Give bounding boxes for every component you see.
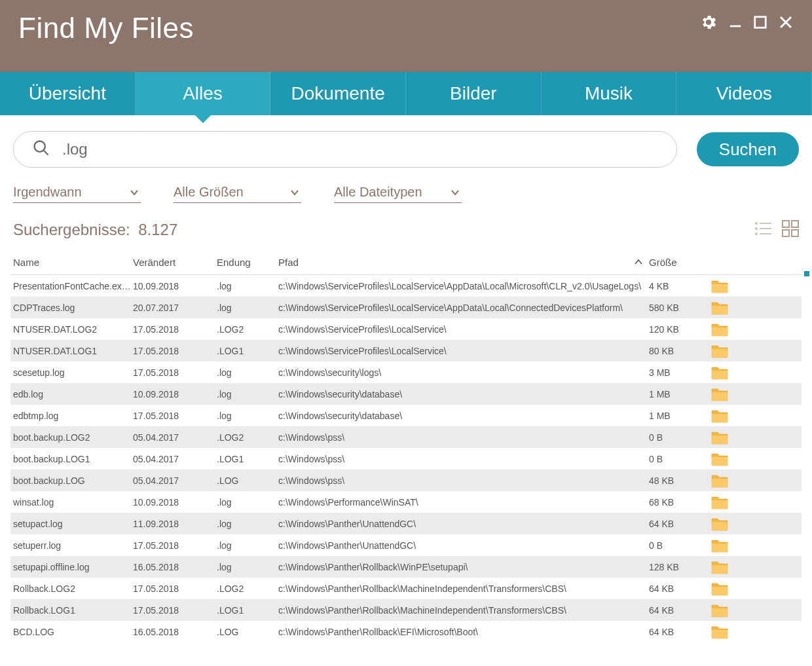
maximize-icon[interactable] [753,15,767,29]
cell-modified: 05.04.2017 [133,475,217,486]
open-folder-icon[interactable] [711,582,766,596]
table-row[interactable]: Rollback.LOG117.05.2018.LOG1c:\Windows\P… [10,599,802,621]
close-icon[interactable] [778,14,794,30]
cell-name: Rollback.LOG2 [10,583,133,594]
minimize-icon[interactable] [728,15,743,29]
cell-name: setupapi.offline.log [10,562,133,572]
table-row[interactable]: NTUSER.DAT.LOG117.05.2018.LOG1c:\Windows… [10,340,802,361]
open-folder-icon[interactable] [711,430,766,445]
table-row[interactable]: edb.log10.09.2018.logc:\Windows\security… [10,383,802,405]
cell-modified: 16.05.2018 [133,627,217,637]
col-header-size[interactable]: Größe [649,257,711,268]
col-header-name[interactable]: Name [10,257,133,268]
cell-size: 64 KB [649,627,711,637]
cell-name: Rollback.LOG1 [10,605,133,616]
table-row[interactable]: BCD.LOG16.05.2018.LOGc:\Windows\Panther\… [10,621,802,642]
col-header-modified[interactable]: Verändert [133,257,217,268]
open-folder-icon[interactable] [711,301,766,315]
chevron-down-icon [450,187,460,198]
filter-time[interactable]: Irgendwann [13,182,141,203]
search-button[interactable]: Suchen [697,132,799,166]
open-folder-icon[interactable] [711,560,766,574]
open-folder-icon[interactable] [711,344,766,358]
svg-point-8 [755,227,758,230]
open-folder-icon[interactable] [711,279,766,293]
col-header-extension[interactable]: Endung [217,257,278,268]
search-row: Suchen [0,115,812,168]
col-header-path[interactable]: Pfad [278,257,649,268]
open-folder-icon[interactable] [711,538,766,553]
cell-modified: 10.09.2018 [133,281,217,291]
table-row[interactable]: edbtmp.log17.05.2018.logc:\Windows\secur… [10,405,802,426]
table-row[interactable]: setupapi.offline.log16.05.2018.logc:\Win… [10,556,802,578]
filter-type[interactable]: Alle Dateitypen [334,182,462,203]
svg-rect-1 [755,17,766,28]
open-folder-icon[interactable] [711,365,766,380]
tab-bilder[interactable]: Bilder [406,72,542,115]
cell-name: boot.backup.LOG1 [10,454,133,464]
settings-icon[interactable] [699,13,718,31]
tab-videos[interactable]: Videos [676,72,812,115]
open-folder-icon[interactable] [711,409,766,423]
cell-size: 3 MB [649,367,711,378]
cell-size: 0 B [649,454,711,464]
open-folder-icon[interactable] [711,495,766,509]
scrollbar-thumb[interactable] [804,271,809,276]
cell-path: c:\Windows\ServiceProfiles\LocalService\ [278,346,649,356]
title-bar: Find My Files [0,0,812,72]
cell-modified: 05.04.2017 [133,454,217,464]
open-folder-icon[interactable] [711,603,766,618]
open-folder-icon[interactable] [711,473,766,488]
table-row[interactable]: winsat.log10.09.2018.logc:\Windows\Perfo… [10,491,802,513]
table-row[interactable]: scesetup.log17.05.2018.logc:\Windows\sec… [10,361,802,383]
cell-modified: 16.05.2018 [133,562,217,572]
cell-extension: .LOG1 [217,605,278,616]
cell-path: c:\Windows\ServiceProfiles\LocalService\ [278,324,649,335]
cell-path: c:\Windows\pss\ [278,475,649,486]
table-row[interactable]: boot.backup.LOG205.04.2017.LOG2c:\Window… [10,426,802,448]
table-row[interactable]: PresentationFontCache.exe.log10.09.2018.… [10,275,802,297]
svg-rect-12 [783,221,789,227]
cell-name: edb.log [10,389,133,399]
open-folder-icon[interactable] [711,387,766,401]
cell-size: 4 KB [649,281,711,291]
cell-name: NTUSER.DAT.LOG1 [10,346,133,356]
table-row[interactable]: setupact.log11.09.2018.logc:\Windows\Pan… [10,513,802,534]
open-folder-icon[interactable] [711,452,766,466]
table-row[interactable]: setuperr.log17.05.2018.logc:\Windows\Pan… [10,534,802,556]
cell-size: 128 KB [649,562,711,572]
cell-path: c:\Windows\security\database\ [278,389,649,399]
cell-modified: 17.05.2018 [133,605,217,616]
list-view-icon[interactable] [754,220,771,240]
table-row[interactable]: Rollback.LOG217.05.2018.LOG2c:\Windows\P… [10,578,802,599]
table-row[interactable]: boot.backup.LOG105.04.2017.LOG1c:\Window… [10,448,802,470]
sort-ascending-icon [633,257,644,269]
app-title: Find My Files [18,12,194,45]
cell-path: c:\Windows\pss\ [278,454,649,464]
tab-übersicht[interactable]: Übersicht [0,72,136,115]
tab-dokumente[interactable]: Dokumente [270,72,406,115]
cell-extension: .LOG2 [217,583,278,594]
search-input[interactable] [62,140,658,158]
cell-modified: 11.09.2018 [133,519,217,529]
open-folder-icon[interactable] [711,517,766,531]
cell-modified: 05.04.2017 [133,432,217,443]
table-row[interactable]: CDPTraces.log20.07.2017.logc:\Windows\Se… [10,297,802,318]
open-folder-icon[interactable] [711,625,766,639]
table-row[interactable]: NTUSER.DAT.LOG217.05.2018.LOG2c:\Windows… [10,318,802,340]
cell-size: 48 KB [649,475,711,486]
cell-size: 1 MB [649,389,711,399]
cell-size: 64 KB [649,583,711,594]
tab-musik[interactable]: Musik [542,72,677,115]
cell-path: c:\Windows\security\logs\ [278,367,649,378]
cell-path: c:\Windows\Panther\UnattendGC\ [278,519,649,529]
grid-view-icon[interactable] [782,220,799,240]
cell-path: c:\Windows\security\database\ [278,411,649,421]
table-header: Name Verändert Endung Pfad Größe [10,250,802,275]
cell-path: c:\Windows\ServiceProfiles\LocalService\… [278,281,649,291]
tab-alles[interactable]: Alles [136,72,271,115]
table-row[interactable]: boot.backup.LOG05.04.2017.LOGc:\Windows\… [10,470,802,491]
filter-size[interactable]: Alle Größen [174,182,301,203]
open-folder-icon[interactable] [711,322,766,337]
cell-modified: 17.05.2018 [133,540,217,551]
